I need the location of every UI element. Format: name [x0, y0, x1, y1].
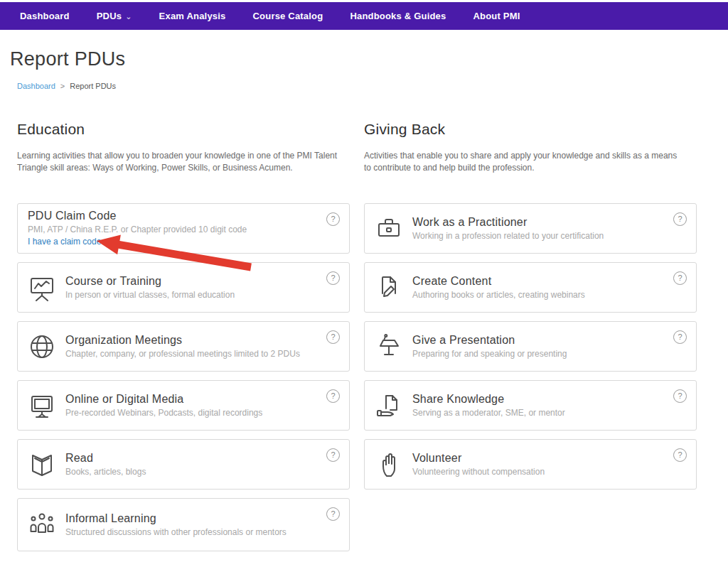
help-icon[interactable]: ?	[673, 448, 687, 462]
card-title: Share Knowledge	[412, 393, 565, 406]
nav-about-pmi[interactable]: About PMI	[473, 11, 520, 21]
card-volunteer[interactable]: Volunteer Volunteering without compensat…	[364, 439, 697, 490]
podium-icon	[375, 333, 403, 361]
breadcrumb-current: Report PDUs	[70, 82, 116, 90]
breadcrumb-dashboard-link[interactable]: Dashboard	[17, 82, 55, 90]
card-title: Give a Presentation	[412, 334, 567, 347]
card-subtitle: Pre-recorded Webinars, Podcasts, digital…	[65, 408, 262, 418]
nav-exam-analysis[interactable]: Exam Analysis	[159, 11, 226, 21]
document-pencil-icon	[375, 274, 403, 302]
giving-back-description: Activities that enable you to share and …	[364, 150, 685, 171]
card-online-or-digital-media[interactable]: Online or Digital Media Pre-recorded Web…	[17, 380, 350, 431]
breadcrumb-separator: >	[60, 82, 65, 90]
people-group-icon	[28, 511, 56, 539]
education-description: Learning activities that allow you to br…	[17, 150, 358, 171]
open-book-icon	[28, 450, 56, 479]
card-subtitle: Authoring books or articles, creating we…	[412, 290, 585, 300]
monitor-icon	[28, 391, 56, 420]
card-title: Create Content	[412, 275, 585, 288]
claim-code-link[interactable]: I have a claim code	[28, 237, 101, 247]
card-subtitle: Volunteering without compensation	[412, 467, 545, 477]
card-title: Work as a Practitioner	[412, 216, 604, 229]
raised-hand-icon	[375, 450, 403, 479]
help-icon[interactable]: ?	[326, 330, 340, 344]
giving-back-heading: Giving Back	[364, 121, 697, 138]
presentation-board-icon	[28, 274, 56, 302]
breadcrumb: Dashboard>Report PDUs	[17, 82, 116, 90]
help-icon[interactable]: ?	[673, 389, 687, 403]
help-icon[interactable]: ?	[326, 271, 340, 285]
nav-course-catalog[interactable]: Course Catalog	[253, 11, 323, 21]
card-title: Organization Meetings	[65, 334, 300, 347]
card-read[interactable]: Read Books, articles, blogs ?	[17, 439, 350, 490]
card-subtitle: Structured discussions with other profes…	[65, 527, 287, 537]
card-course-or-training[interactable]: Course or Training In person or virtual …	[17, 262, 350, 313]
help-icon[interactable]: ?	[673, 330, 687, 344]
education-heading: Education	[17, 121, 350, 138]
card-title: Read	[65, 452, 146, 465]
document-hand-icon	[375, 391, 403, 420]
card-title: Course or Training	[65, 275, 235, 288]
card-informal-learning[interactable]: Informal Learning Structured discussions…	[17, 498, 350, 551]
help-icon[interactable]: ?	[326, 212, 340, 226]
card-give-a-presentation[interactable]: Give a Presentation Preparing for and sp…	[364, 321, 697, 372]
briefcase-icon	[375, 215, 403, 243]
card-work-as-practitioner[interactable]: Work as a Practitioner Working in a prof…	[364, 203, 697, 254]
globe-icon	[28, 333, 56, 361]
card-subtitle: Preparing for and speaking or presenting	[412, 349, 567, 359]
nav-pdus[interactable]: PDUs⌄	[97, 11, 132, 21]
giving-back-section: Giving Back Activities that enable you t…	[364, 121, 697, 560]
help-icon[interactable]: ?	[673, 212, 687, 226]
card-title: Volunteer	[412, 452, 545, 465]
help-icon[interactable]: ?	[326, 448, 340, 462]
card-subtitle: In person or virtual classes, formal edu…	[65, 290, 235, 300]
card-subtitle: Serving as a moderator, SME, or mentor	[412, 408, 565, 418]
help-icon[interactable]: ?	[326, 389, 340, 403]
page-title: Report PDUs	[10, 48, 125, 70]
card-title: PDU Claim Code	[28, 210, 247, 222]
card-pdu-claim-code[interactable]: PDU Claim Code PMI, ATP / China R.E.P. o…	[17, 203, 350, 254]
education-section: Education Learning activities that allow…	[17, 121, 350, 560]
card-share-knowledge[interactable]: Share Knowledge Serving as a moderator, …	[364, 380, 697, 431]
card-subtitle: Chapter, company, or professional meetin…	[65, 349, 300, 359]
card-title: Informal Learning	[65, 512, 287, 525]
chevron-down-icon: ⌄	[125, 12, 132, 21]
nav-handbooks-guides[interactable]: Handbooks & Guides	[350, 11, 446, 21]
nav-pdus-label: PDUs	[97, 11, 122, 21]
report-pdus-page: Dashboard PDUs⌄ Exam Analysis Course Cat…	[0, 0, 728, 562]
nav-dashboard[interactable]: Dashboard	[20, 11, 70, 21]
card-title: Online or Digital Media	[65, 393, 262, 406]
card-subtitle: PMI, ATP / China R.E.P. or Chapter provi…	[28, 225, 247, 234]
card-organization-meetings[interactable]: Organization Meetings Chapter, company, …	[17, 321, 350, 372]
help-icon[interactable]: ?	[673, 271, 687, 285]
card-subtitle: Books, articles, blogs	[65, 467, 146, 477]
card-create-content[interactable]: Create Content Authoring books or articl…	[364, 262, 697, 313]
top-nav: Dashboard PDUs⌄ Exam Analysis Course Cat…	[0, 2, 728, 30]
help-icon[interactable]: ?	[326, 507, 340, 521]
card-subtitle: Working in a profession related to your …	[412, 231, 604, 241]
